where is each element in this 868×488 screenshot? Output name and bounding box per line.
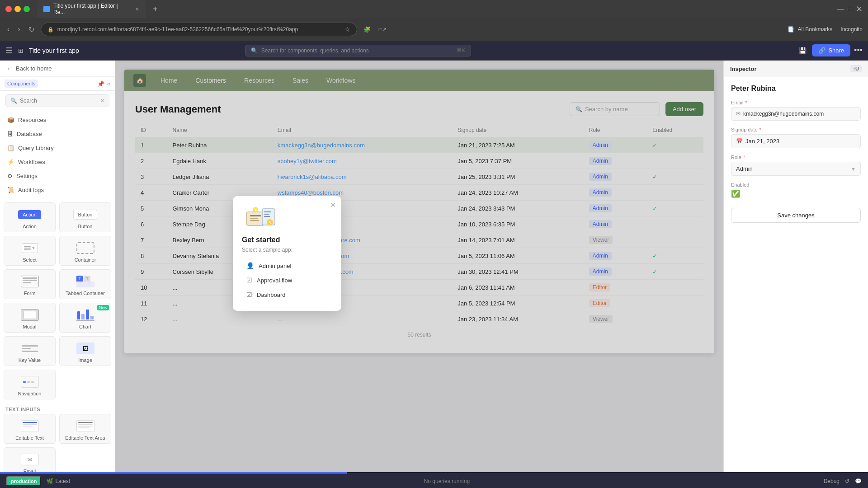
sidebar-item-workflows[interactable]: ⚡ Workflows — [0, 155, 115, 169]
workflows-icon: ⚡ — [7, 159, 14, 165]
chart-preview — [76, 309, 94, 321]
svg-rect-5 — [264, 211, 271, 212]
tab-close-icon[interactable]: ✕ — [135, 6, 139, 12]
restore-btn[interactable]: — — [837, 5, 844, 13]
forward-btn[interactable]: › — [16, 23, 22, 35]
save-icon-btn[interactable]: 💾 — [797, 45, 808, 56]
component-tabbed-container[interactable]: TT Tabbed Container — [59, 269, 111, 299]
component-action-label: Action — [23, 224, 37, 229]
header-search[interactable]: 🔍 Search for components, queries, and ac… — [245, 45, 471, 56]
new-tab-btn[interactable]: + — [149, 5, 161, 14]
popup-title: Get started — [242, 236, 332, 244]
component-chart[interactable]: New Chart — [59, 303, 111, 333]
sidebar-item-audit-logs[interactable]: 📜 Audit logs — [0, 183, 115, 197]
inspector-role-field: Role * Admin ▼ — [731, 155, 861, 176]
role-required: * — [743, 155, 745, 160]
component-container[interactable]: Container — [59, 236, 111, 266]
extensions-btn[interactable]: 🧩 — [362, 24, 373, 35]
sidebar-nav: 📦 Resources 🗄 Database 📋 Query Library ⚡… — [0, 111, 115, 199]
svg-text:★: ★ — [254, 208, 257, 212]
component-action[interactable]: Action Action — [4, 202, 56, 232]
inspector-tag: ↑U — [850, 65, 862, 72]
bookmark-star-icon[interactable]: ☆ — [344, 26, 350, 33]
window-close-btn[interactable]: ✕ — [856, 4, 863, 14]
menu-icon-btn[interactable]: ☰ — [5, 46, 13, 56]
component-image[interactable]: 🖼 Image — [59, 336, 111, 366]
email-required: * — [745, 100, 747, 105]
admin-panel-icon: 👤 — [246, 262, 254, 269]
panel-search-input[interactable] — [20, 98, 98, 104]
address-text: moodjoy1.retool.com/editor/ac6874f4-ae9c… — [57, 26, 298, 33]
component-modal[interactable]: Modal — [4, 303, 56, 333]
sidebar-item-resources[interactable]: 📦 Resources — [0, 113, 115, 127]
sidebar-item-settings[interactable]: ⚙ Settings — [0, 169, 115, 183]
panel-search-icon: 🔍 — [10, 98, 17, 104]
component-editable-text[interactable]: Editable Text — [4, 414, 56, 444]
history-btn[interactable]: ↺ — [845, 478, 849, 484]
popup-close-btn[interactable]: ✕ — [330, 201, 336, 209]
modal-preview — [21, 309, 39, 321]
text-inputs-section-title: Text inputs — [4, 403, 111, 414]
address-bar[interactable]: 🔒 moodjoy1.retool.com/editor/ac6874f4-ae… — [41, 23, 357, 36]
component-button[interactable]: Button Button — [59, 202, 111, 232]
share-button[interactable]: 🔗 Share — [812, 44, 850, 56]
search-shortcut: ⌘K — [457, 47, 465, 53]
role-label: Role — [731, 155, 741, 160]
component-key-value[interactable]: Key Value — [4, 336, 56, 366]
back-btn[interactable]: ‹ — [5, 23, 11, 35]
panel-search-clear-icon[interactable]: ✕ — [100, 98, 104, 104]
profile-btn[interactable]: □↗ — [377, 24, 388, 34]
minimize-btn[interactable] — [14, 6, 21, 12]
popup-item-approval-flow[interactable]: ☑ Approval flow — [242, 273, 332, 287]
component-navigation[interactable]: Navigation — [4, 370, 56, 399]
latest-btn[interactable]: 🌿 Latest — [47, 478, 70, 484]
more-options-btn[interactable]: ••• — [854, 46, 863, 55]
component-nav-label: Navigation — [18, 391, 42, 396]
enabled-label: Enabled — [731, 182, 749, 188]
role-value[interactable]: Admin ▼ — [731, 162, 861, 176]
left-panel: ← Back to home Components 📌 « 🔍 ✕ 📦 — [0, 61, 115, 474]
maximize-btn[interactable] — [24, 6, 30, 12]
browser-tab-active[interactable]: Title your first app | Editor | Re... ✕ — [37, 0, 146, 18]
browser-chrome: Title your first app | Editor | Re... ✕ … — [0, 0, 868, 41]
svg-rect-1 — [250, 215, 261, 216]
component-email[interactable]: ✉ Email — [4, 447, 56, 474]
status-bar: production 🌿 Latest No queries running D… — [0, 474, 868, 488]
sidebar-item-database[interactable]: 🗄 Database — [0, 127, 115, 141]
calendar-icon: 📅 — [736, 138, 743, 145]
panel-collapse-btn[interactable]: « — [107, 80, 110, 87]
tab-title: Title your first app | Editor | Re... — [53, 3, 130, 15]
layout-icon-btn[interactable]: ⊞ — [18, 47, 24, 54]
inspector-signup-field: Signup date * 📅 Jan 21, 2023 — [731, 127, 861, 148]
image-preview: 🖼 — [76, 343, 94, 354]
refresh-btn[interactable]: ↻ — [27, 23, 36, 36]
debug-btn[interactable]: Debug — [824, 478, 840, 484]
progress-bar — [0, 472, 347, 474]
production-badge[interactable]: production — [6, 476, 41, 486]
panel-pin-btn[interactable]: 📌 — [97, 80, 104, 87]
save-changes-button[interactable]: Save changes — [731, 208, 861, 223]
component-chart-label: Chart — [79, 324, 91, 329]
component-image-label: Image — [78, 357, 92, 363]
signup-required: * — [760, 127, 761, 132]
inspector-email-field: Email * ✉ kmackegg3n@hugedomains.com — [731, 100, 861, 121]
nav-preview — [21, 376, 39, 388]
sidebar-item-query-library[interactable]: 📋 Query Library — [0, 141, 115, 155]
component-form[interactable]: Form — [4, 269, 56, 299]
popup-illustration: ✎ ★ — [242, 205, 332, 231]
component-keyval-label: Key Value — [19, 357, 41, 363]
svg-rect-2 — [250, 218, 258, 219]
feedback-btn[interactable]: 💬 — [855, 478, 862, 484]
inspector-panel: Inspector ↑U Peter Rubina Email * ✉ kmac… — [723, 61, 868, 474]
back-home-btn[interactable]: ← Back to home — [0, 61, 115, 77]
component-editable-text-area[interactable]: Editable Text Area — [59, 414, 111, 444]
svg-rect-7 — [264, 216, 270, 217]
component-select[interactable]: ▼ Select — [4, 236, 56, 266]
close-btn[interactable] — [5, 6, 12, 12]
panel-components-tab[interactable]: Components — [5, 80, 38, 88]
popup-item-admin-panel[interactable]: 👤 Admin panel — [242, 258, 332, 273]
window-maximize-btn[interactable]: □ — [848, 5, 852, 13]
popup-item-dashboard[interactable]: ☑ Dashboard — [242, 287, 332, 302]
component-tabbed-label: Tabbed Container — [66, 291, 105, 296]
component-form-label: Form — [24, 291, 36, 296]
